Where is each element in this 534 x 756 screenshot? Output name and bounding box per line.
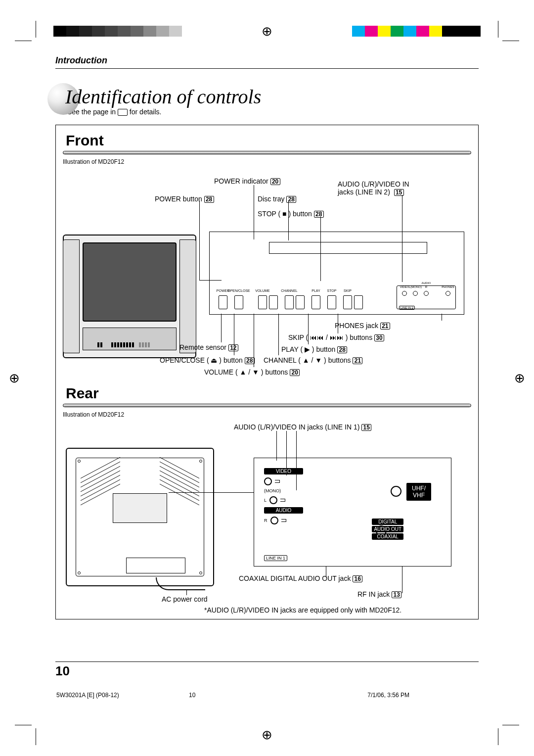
rear-video-jack (264, 477, 272, 485)
page-sheet: ⊕ ⊕ ⊕ ⊕ Introduction Identification of c… (0, 0, 534, 756)
illustration-note-rear: Illustration of MD20F12 (63, 411, 478, 418)
callout-power-button: POWER button 28 (155, 195, 214, 203)
page-trim-area: Introduction Identification of controls … (36, 41, 498, 715)
page-number: 10 (55, 663, 70, 679)
rear-audio-r-jack (270, 517, 278, 524)
leader-line (234, 314, 234, 355)
callout-volume: VOLUME ( ▲ / ▼ ) buttons 20 (204, 368, 300, 376)
callout-skip: SKIP ( ⏮⏮ / ⏭⏭ ) buttons 30 (288, 333, 384, 341)
divider (63, 404, 471, 407)
phones-jack: PHONES (445, 291, 450, 296)
panel-channel-down: CHANNEL (285, 295, 294, 309)
rear-panel-illustration: VIDEO (MONO) L AUDIO R LINE IN 1 UHF/VHF… (254, 458, 451, 567)
registration-mark-icon: ⊕ (262, 728, 272, 741)
front-panel-button-row: POWER OPEN/CLOSE VOLUME CHANNEL PLAY (219, 284, 456, 309)
callout-av-in-rear: AUDIO (L/R)/VIDEO IN jacks (LINE IN 1) 1… (234, 423, 371, 431)
crop-mark (15, 725, 32, 725)
rear-coax-label: DIGITALAUDIO OUTCOAXIAL (372, 518, 403, 540)
callout-power-indicator: POWER indicator 20 (214, 177, 280, 185)
page-title: Identification of controls (65, 85, 261, 108)
leader-line (254, 314, 254, 367)
registration-mark-icon: ⊕ (262, 25, 272, 38)
audio-l-jack: L(MONO) (413, 291, 418, 296)
leader-line (199, 201, 200, 280)
rear-audio-l-jack (269, 496, 277, 504)
panel-power-button: POWER (219, 295, 227, 309)
panel-play: PLAY (312, 295, 320, 309)
callout-rf: RF IN jack 13 (357, 590, 401, 598)
page-ref-placeholder (118, 109, 128, 116)
front-panel-illustration: POWER OPEN/CLOSE VOLUME CHANNEL PLAY (209, 232, 464, 315)
illustration-note-front: Illustration of MD20F12 (63, 158, 478, 165)
callout-coax: COAXIAL DIGITAL AUDIO OUT jack 16 (239, 574, 362, 582)
callout-phones: PHONES jack 21 (335, 322, 390, 330)
panel-skip-prev: SKIP (343, 295, 352, 309)
leader-line (308, 314, 309, 344)
registration-mark-icon: ⊕ (514, 372, 525, 384)
see-suffix: for details. (128, 108, 161, 116)
divider (55, 68, 479, 69)
disc-tray-slot (269, 242, 427, 254)
tv-front-illustration (63, 235, 196, 358)
divider (55, 662, 479, 662)
leader-line (402, 567, 402, 593)
main-content-box: Front Illustration of MD20F12 POWER indi… (55, 125, 479, 619)
rf-in-jack (391, 486, 401, 497)
ac-power-cord (156, 577, 205, 590)
panel-skip-next (354, 295, 363, 309)
registration-mark-icon: ⊕ (9, 372, 20, 384)
section-title-rear: Rear (66, 385, 471, 402)
leader-line (278, 314, 279, 355)
video-jack: VIDEO (402, 291, 407, 296)
callout-stop: STOP ( ■ ) button 28 (258, 210, 324, 218)
crop-mark (498, 21, 498, 38)
callout-disc-tray: Disc tray 28 (258, 195, 296, 203)
rear-linein1-label: LINE IN 1 (264, 555, 287, 561)
divider (63, 151, 471, 154)
crop-mark (15, 41, 32, 41)
panel-openclose-button: OPEN/CLOSE (234, 295, 243, 309)
footer-page: 10 (189, 692, 195, 699)
rear-mono-label: (MONO) (264, 488, 303, 493)
line-in-2-label: LINE IN 2 (399, 306, 415, 310)
callout-remote: Remote sensor 12 (179, 343, 238, 351)
see-reference-line: See the page in for details. (67, 108, 161, 116)
footer-doc-id: 5W30201A [E] (P08-12) (56, 692, 119, 699)
tv-rear-illustration (66, 448, 214, 586)
leader-line (169, 492, 254, 493)
footnote: *AUDIO (L/R)/VIDEO IN jacks are equipped… (204, 606, 401, 614)
front-jacks-box: VIDEO L(MONO) AUDIOR PHONES LINE IN 2 (397, 285, 456, 309)
crop-mark (36, 728, 36, 745)
panel-volume-up (269, 295, 278, 309)
rear-av-group: VIDEO (MONO) L AUDIO R (264, 468, 304, 547)
leader-line (442, 314, 442, 321)
leader-line (338, 314, 338, 333)
crop-mark (498, 728, 498, 745)
front-diagram: POWER indicator 20 AUDIO (L/R)/VIDEO INj… (56, 165, 478, 378)
audio-r-jack: AUDIOR (424, 291, 429, 296)
footer-timestamp: 7/1/06, 3:56 PM (367, 692, 409, 699)
leader-line (276, 431, 277, 461)
section-header-rear: Rear (63, 385, 471, 407)
section-header-front: Front (63, 132, 471, 154)
crop-mark (502, 725, 519, 725)
crop-mark (36, 21, 36, 38)
callout-ac-cord: AC power cord (162, 595, 208, 603)
panel-volume-down: VOLUME (258, 295, 267, 309)
crop-mark (502, 41, 519, 41)
running-header: Introduction (55, 55, 107, 66)
section-title-front: Front (66, 132, 471, 149)
rear-uhf-vhf-label: UHF/VHF (406, 483, 431, 501)
callout-openclose: OPEN/CLOSE ( ⏏ ) button 28 (160, 356, 255, 364)
callout-av-in: AUDIO (L/R)/VIDEO INjacks (LINE IN 2) 15 (338, 180, 409, 196)
leader-line (221, 314, 222, 342)
rear-video-label: VIDEO (264, 468, 303, 474)
rear-diagram: AUDIO (L/R)/VIDEO IN jacks (LINE IN 1) 1… (56, 418, 478, 626)
panel-channel-up (296, 295, 305, 309)
rear-audio-label: AUDIO (264, 507, 303, 514)
panel-stop: STOP (327, 295, 336, 309)
callout-play: PLAY ( ▶ ) button 28 (281, 345, 347, 353)
leader-line (186, 589, 187, 595)
callout-channel: CHANNEL ( ▲ / ▼ ) buttons 21 (264, 356, 362, 364)
